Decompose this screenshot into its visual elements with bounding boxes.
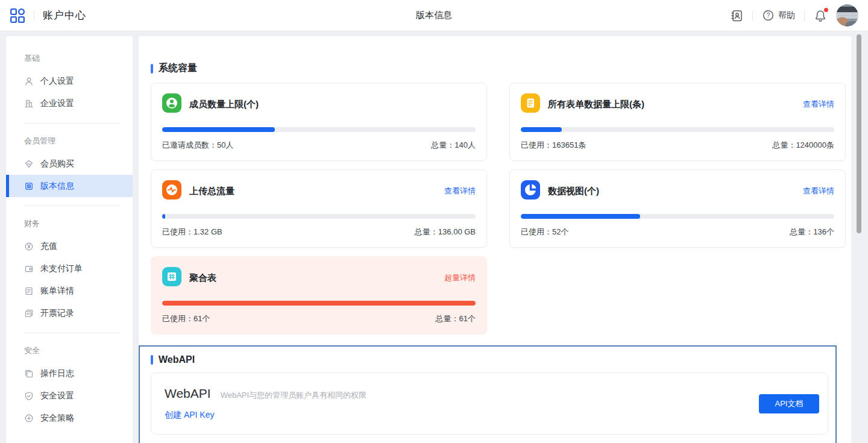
total-label: 总量：136.00 GB	[415, 227, 476, 237]
yen-coin-icon	[24, 242, 34, 251]
card-title: 聚合表	[189, 272, 436, 284]
sidebar-item-label: 个人设置	[40, 76, 74, 87]
sidebar-group-security: 安全	[24, 345, 133, 356]
main-content: 系统容量 成员数量上限(个)	[139, 36, 851, 443]
progress-fill	[162, 301, 476, 306]
capacity-card-data-views: 数据视图(个) 查看详情 已使用：52个 总量：136个	[509, 169, 846, 248]
card-title: 成员数量上限(个)	[189, 99, 476, 110]
sidebar-group-membership: 会员管理	[24, 136, 133, 146]
sidebar-item-operation-log[interactable]: 操作日志	[6, 362, 133, 385]
version-icon	[24, 181, 34, 191]
sidebar-divider	[24, 123, 121, 124]
header-divider	[34, 10, 34, 21]
progress-fill	[162, 127, 275, 132]
used-label: 已使用：163651条	[521, 140, 586, 151]
used-label: 已使用：61个	[162, 313, 210, 324]
section-title-text: 系统容量	[159, 62, 197, 75]
total-label: 总量：136个	[790, 227, 834, 237]
total-label: 总量：140人	[431, 140, 476, 151]
sidebar-item-recharge[interactable]: 充值	[6, 235, 133, 257]
contact-book-icon[interactable]	[730, 9, 743, 22]
top-header: 账户中心 版本信息 ? 帮助	[0, 0, 868, 31]
used-label: 已使用：52个	[521, 227, 568, 237]
view-details-link[interactable]: 查看详情	[803, 99, 834, 110]
building-icon	[24, 99, 34, 108]
progress-track	[162, 214, 476, 219]
member-icon	[162, 93, 181, 115]
section-title-bar	[151, 64, 153, 74]
section-title-webapi: WebAPI	[151, 354, 828, 365]
section-title-capacity: 系统容量	[151, 62, 846, 75]
progress-track	[162, 301, 476, 306]
sidebar-item-personal-settings[interactable]: 个人设置	[6, 70, 133, 92]
sidebar-item-label: 开票记录	[40, 308, 74, 319]
section-title-bar	[151, 355, 153, 365]
pie-icon	[521, 180, 540, 202]
create-api-key-link[interactable]: 创建 API Key	[165, 410, 214, 421]
sidebar-item-label: 版本信息	[40, 181, 74, 192]
webapi-description: WebAPI与您的管理员账户具有相同的权限	[221, 390, 366, 401]
app-title: 账户中心	[43, 8, 86, 22]
shield-check-icon	[24, 391, 34, 401]
user-avatar[interactable]	[836, 4, 858, 27]
view-details-link[interactable]: 查看详情	[803, 186, 834, 196]
vertical-scrollbar-thumb[interactable]	[857, 34, 861, 233]
progress-track	[521, 127, 834, 132]
table-icon	[162, 267, 181, 289]
total-label: 总量：61个	[436, 313, 476, 324]
apps-logo-icon[interactable]	[10, 8, 25, 24]
sidebar-item-member-purchase[interactable]: 会员购买	[6, 152, 133, 175]
layers-icon	[24, 369, 34, 379]
sidebar-item-label: 账单详情	[40, 286, 74, 297]
sidebar-item-company-settings[interactable]: 企业设置	[6, 92, 133, 115]
sidebar-item-version-info[interactable]: 版本信息	[6, 175, 133, 197]
sidebar-item-bill-details[interactable]: 账单详情	[6, 280, 133, 302]
sidebar: 基础 个人设置 企业设置 会员管理 会员购买	[6, 36, 133, 443]
view-details-link[interactable]: 查看详情	[444, 186, 476, 196]
help-label: 帮助	[778, 10, 795, 21]
bill-icon	[24, 286, 34, 296]
used-label: 已使用：1.32 GB	[162, 227, 222, 237]
sidebar-item-label: 会员购买	[40, 159, 74, 169]
webapi-card: WebAPI WebAPI与您的管理员账户具有相同的权限 创建 API Key …	[151, 372, 828, 435]
sidebar-item-invoice-records[interactable]: 开票记录	[6, 302, 133, 324]
sidebar-item-label: 企业设置	[40, 98, 74, 109]
sidebar-item-label: 未支付订单	[40, 263, 83, 274]
sidebar-item-label: 安全策略	[40, 413, 74, 424]
header-divider	[752, 10, 753, 21]
capacity-card-members: 成员数量上限(个) 已邀请成员数：50人 总量：140人	[151, 83, 487, 161]
total-label: 总量：1240000条	[772, 140, 834, 151]
capacity-card-upload-traffic: 上传总流量 查看详情 已使用：1.32 GB 总量：136.00 GB	[151, 169, 487, 248]
sidebar-item-security-settings[interactable]: 安全设置	[6, 385, 133, 407]
wallet-icon	[24, 264, 34, 274]
sidebar-divider	[24, 206, 121, 206]
webapi-name: WebAPI	[165, 386, 211, 401]
sidebar-item-security-policy[interactable]: 安全策略	[6, 407, 133, 429]
progress-fill	[162, 214, 165, 219]
notification-badge	[824, 8, 828, 12]
sidebar-group-basic: 基础	[24, 53, 133, 64]
over-quota-details-link[interactable]: 超量详情	[444, 272, 476, 283]
help-button[interactable]: ? 帮助	[762, 9, 795, 22]
header-divider	[804, 10, 805, 21]
webapi-section: WebAPI WebAPI WebAPI与您的管理员账户具有相同的权限 创建 A…	[139, 345, 837, 443]
api-docs-button[interactable]: API文档	[759, 394, 819, 413]
form-icon	[521, 93, 540, 115]
progress-fill	[521, 127, 562, 132]
gem-icon	[24, 159, 34, 169]
card-title: 所有表单数据量上限(条)	[548, 99, 795, 110]
circle-plus-icon	[24, 413, 34, 423]
traffic-icon	[162, 180, 181, 202]
card-title: 数据视图(个)	[548, 186, 795, 197]
sidebar-item-unpaid-orders[interactable]: 未支付订单	[6, 257, 133, 280]
progress-track	[521, 214, 834, 219]
progress-fill	[521, 214, 640, 219]
sidebar-divider	[24, 333, 121, 333]
capacity-cards-grid: 成员数量上限(个) 已邀请成员数：50人 总量：140人	[151, 83, 846, 335]
notification-bell-icon[interactable]	[814, 9, 827, 22]
invoice-icon	[24, 309, 34, 318]
used-label: 已邀请成员数：50人	[162, 140, 233, 151]
sidebar-item-label: 安全设置	[40, 391, 74, 401]
progress-track	[162, 127, 476, 132]
question-mark-glyph: ?	[767, 11, 770, 19]
